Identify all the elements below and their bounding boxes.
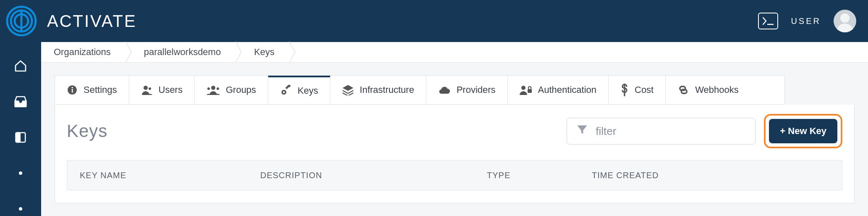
svg-point-15 xyxy=(283,91,285,93)
tab-keys[interactable]: Keys xyxy=(268,76,330,104)
svg-point-11 xyxy=(211,86,215,90)
tab-infrastructure[interactable]: Infrastructure xyxy=(330,76,426,104)
breadcrumb-item-organizations[interactable]: Organizations xyxy=(41,42,125,62)
svg-point-18 xyxy=(521,86,526,90)
filter-icon xyxy=(576,124,588,139)
tabs: Settings Users Groups Keys Infrastructur… xyxy=(55,75,785,105)
panel-actions: + New Key xyxy=(567,114,842,148)
breadcrumb: Organizations parallelworksdemo Keys xyxy=(41,42,868,63)
panel-title: Keys xyxy=(67,121,107,141)
brand-name: ACTIVATE xyxy=(47,12,137,31)
key-icon xyxy=(280,85,292,97)
filter-box[interactable] xyxy=(567,118,756,145)
svg-rect-5 xyxy=(16,133,20,142)
tab-label: Authentication xyxy=(538,84,596,95)
tab-label: Keys xyxy=(298,85,318,96)
tab-settings[interactable]: Settings xyxy=(55,76,129,104)
breadcrumb-item-keys[interactable]: Keys xyxy=(235,42,289,62)
new-key-highlight: + New Key xyxy=(764,114,842,148)
info-icon xyxy=(67,84,78,95)
new-key-button[interactable]: + New Key xyxy=(769,119,837,143)
col-time-created: TIME CREATED xyxy=(579,171,842,180)
panel-zone: Settings Users Groups Keys Infrastructur… xyxy=(41,63,868,216)
tab-groups[interactable]: Groups xyxy=(195,76,268,104)
svg-point-13 xyxy=(217,87,219,90)
svg-point-3 xyxy=(840,13,850,23)
svg-point-12 xyxy=(207,87,210,90)
user-label: USER xyxy=(791,16,821,26)
keys-table: KEY NAME DESCRIPTION TYPE TIME CREATED xyxy=(67,160,842,190)
terminal-icon[interactable] xyxy=(758,13,778,29)
cloud-icon xyxy=(438,85,451,95)
rail-dot-1[interactable] xyxy=(13,166,28,180)
link-icon xyxy=(677,84,689,95)
col-key-name: KEY NAME xyxy=(67,171,248,180)
dollar-icon xyxy=(620,84,629,96)
col-type: TYPE xyxy=(474,171,579,180)
inbox-icon[interactable] xyxy=(13,95,28,109)
group-icon xyxy=(207,85,220,95)
home-icon[interactable] xyxy=(13,59,28,74)
tab-label: Settings xyxy=(84,84,117,95)
tab-label: Groups xyxy=(226,84,256,95)
svg-point-9 xyxy=(144,86,148,90)
auth-icon xyxy=(520,85,532,95)
logo-icon xyxy=(6,5,37,37)
brand-block: ACTIVATE xyxy=(0,5,137,37)
svg-point-8 xyxy=(71,87,73,88)
main-area: Organizations parallelworksdemo Keys Set… xyxy=(41,42,868,216)
svg-point-10 xyxy=(149,87,151,90)
filter-input[interactable] xyxy=(596,125,746,138)
tab-users[interactable]: Users xyxy=(129,76,195,104)
tab-webhooks[interactable]: Webhooks xyxy=(666,76,750,104)
tab-authentication[interactable]: Authentication xyxy=(508,76,609,104)
tab-label: Infrastructure xyxy=(360,84,414,95)
topbar-right: USER xyxy=(758,10,856,32)
tab-label: Cost xyxy=(635,84,654,95)
tab-label: Providers xyxy=(457,84,496,95)
table-header-row: KEY NAME DESCRIPTION TYPE TIME CREATED xyxy=(67,161,842,190)
topbar: ACTIVATE USER xyxy=(0,0,868,42)
rail-dot-2[interactable] xyxy=(13,201,28,216)
keys-panel: Keys + New Key xyxy=(55,105,855,203)
user-icon xyxy=(141,84,153,95)
breadcrumb-item-org[interactable]: parallelworksdemo xyxy=(125,42,235,62)
tab-label: Users xyxy=(159,84,183,95)
left-rail xyxy=(0,42,41,216)
tab-providers[interactable]: Providers xyxy=(426,76,508,104)
layers-icon xyxy=(342,84,354,95)
svg-rect-19 xyxy=(528,89,532,93)
svg-rect-7 xyxy=(72,89,73,93)
col-description: DESCRIPTION xyxy=(248,171,474,180)
avatar[interactable] xyxy=(834,10,856,32)
sidebar-panel-icon[interactable] xyxy=(13,130,28,145)
tab-label: Webhooks xyxy=(695,84,739,95)
panel-header: Keys + New Key xyxy=(67,114,842,148)
tab-cost[interactable]: Cost xyxy=(609,76,666,104)
